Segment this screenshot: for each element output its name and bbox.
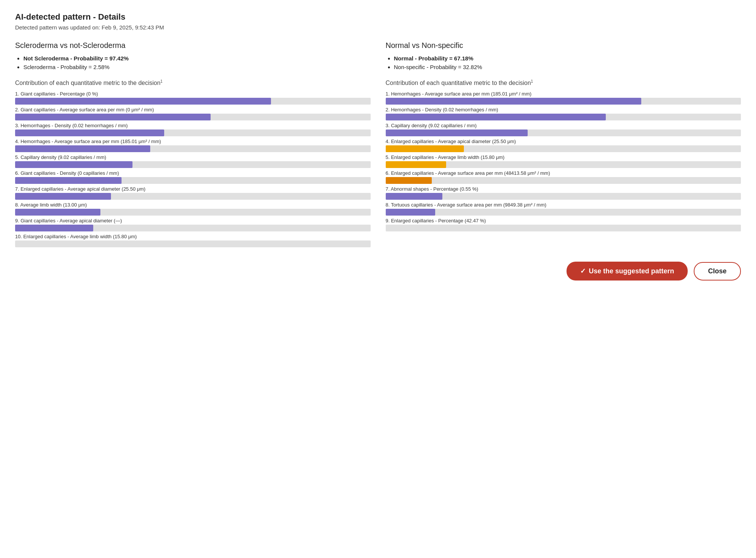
left-bar-bg-10	[15, 240, 371, 247]
left-bar-fill-8	[15, 209, 100, 216]
left-bar-bg-6	[15, 177, 371, 184]
left-metric-label-5: 5. Capillary density (9.02 capillaries /…	[15, 154, 371, 160]
left-bar-fill-3	[15, 129, 164, 136]
left-bar-fill-5	[15, 161, 132, 168]
right-metric-row-8: 8. Tortuous capillaries - Average surfac…	[386, 202, 741, 216]
left-bar-fill-7	[15, 193, 111, 200]
left-contribution-title: Contribution of each quantitative metric…	[15, 79, 371, 86]
right-bar-bg-8	[386, 209, 741, 216]
right-column: Normal vs Non-specific Normal - Probabil…	[386, 41, 741, 250]
left-prob-item-2: Scleroderma - Probability = 2.58%	[23, 64, 371, 70]
right-metric-label-7: 7. Abnormal shapes - Percentage (0.55 %)	[386, 186, 741, 192]
right-metric-label-6: 6. Enlarged capillaries - Average surfac…	[386, 170, 741, 176]
use-pattern-button[interactable]: ✓ Use the suggested pattern	[567, 262, 688, 281]
right-bar-bg-1	[386, 98, 741, 105]
right-bar-bg-4	[386, 145, 741, 152]
checkmark-icon: ✓	[580, 267, 586, 275]
right-bar-fill-1	[386, 98, 642, 105]
left-metric-label-8: 8. Average limb width (13.00 μm)	[15, 202, 371, 208]
right-metrics: 1. Hemorrhages - Average surface area pe…	[386, 91, 741, 231]
right-section-title: Normal vs Non-specific	[386, 41, 741, 50]
left-bar-bg-5	[15, 161, 371, 168]
right-bar-fill-4	[386, 145, 464, 152]
right-metric-label-1: 1. Hemorrhages - Average surface area pe…	[386, 91, 741, 97]
bottom-actions: ✓ Use the suggested pattern Close	[15, 262, 741, 281]
left-section-title: Scleroderma vs not-Scleroderma	[15, 41, 371, 50]
left-metric-label-3: 3. Hemorrhages - Density (0.02 hemorrhag…	[15, 123, 371, 128]
left-metric-row-10: 10. Enlarged capillaries - Average limb …	[15, 234, 371, 247]
left-metric-label-7: 7. Enlarged capillaries - Average apical…	[15, 186, 371, 192]
right-metric-label-9: 9. Enlarged capillaries - Percentage (42…	[386, 218, 741, 224]
left-metric-row-7: 7. Enlarged capillaries - Average apical…	[15, 186, 371, 200]
use-pattern-label: Use the suggested pattern	[589, 267, 674, 275]
right-metric-row-4: 4. Enlarged capillaries - Average apical…	[386, 139, 741, 152]
right-prob-list: Normal - Probability = 67.18% Non-specif…	[386, 55, 741, 70]
subtitle: Detected pattern was updated on: Feb 9, …	[15, 24, 741, 31]
right-metric-label-5: 5. Enlarged capillaries - Average limb w…	[386, 154, 741, 160]
close-button[interactable]: Close	[694, 262, 741, 281]
left-metric-row-1: 1. Giant capillaries - Percentage (0 %)	[15, 91, 371, 105]
left-metric-label-9: 9. Giant capillaries - Average apical di…	[15, 218, 371, 224]
right-metric-label-4: 4. Enlarged capillaries - Average apical…	[386, 139, 741, 144]
left-metric-row-9: 9. Giant capillaries - Average apical di…	[15, 218, 371, 231]
main-content: Scleroderma vs not-Scleroderma Not Scler…	[15, 41, 741, 250]
left-metric-label-10: 10. Enlarged capillaries - Average limb …	[15, 234, 371, 239]
right-bar-bg-5	[386, 161, 741, 168]
right-metric-row-7: 7. Abnormal shapes - Percentage (0.55 %)	[386, 186, 741, 200]
left-metric-label-1: 1. Giant capillaries - Percentage (0 %)	[15, 91, 371, 97]
left-bar-bg-1	[15, 98, 371, 105]
left-bar-bg-4	[15, 145, 371, 152]
left-metric-row-8: 8. Average limb width (13.00 μm)	[15, 202, 371, 216]
right-metric-row-2: 2. Hemorrhages - Density (0.02 hemorrhag…	[386, 107, 741, 120]
left-metric-label-4: 4. Hemorrhages - Average surface area pe…	[15, 139, 371, 144]
left-metric-label-2: 2. Giant capillaries - Average surface a…	[15, 107, 371, 113]
left-bar-fill-4	[15, 145, 150, 152]
right-metric-label-3: 3. Capillary density (9.02 capillaries /…	[386, 123, 741, 128]
left-bar-fill-1	[15, 98, 271, 105]
right-bar-bg-7	[386, 193, 741, 200]
right-metric-row-6: 6. Enlarged capillaries - Average surfac…	[386, 170, 741, 184]
right-bar-fill-3	[386, 129, 528, 136]
right-bar-fill-8	[386, 209, 436, 216]
right-bar-fill-2	[386, 114, 606, 120]
right-bar-bg-6	[386, 177, 741, 184]
left-metric-row-2: 2. Giant capillaries - Average surface a…	[15, 107, 371, 120]
left-bar-fill-2	[15, 114, 211, 120]
right-bar-bg-9	[386, 225, 741, 231]
right-metric-row-3: 3. Capillary density (9.02 capillaries /…	[386, 123, 741, 136]
left-metric-label-6: 6. Giant capillaries - Density (0 capill…	[15, 170, 371, 176]
left-prob-item-1: Not Scleroderma - Probability = 97.42%	[23, 55, 371, 62]
right-metric-label-8: 8. Tortuous capillaries - Average surfac…	[386, 202, 741, 208]
left-bar-bg-9	[15, 225, 371, 231]
right-bar-bg-2	[386, 114, 741, 120]
right-bar-fill-6	[386, 177, 432, 184]
right-metric-row-5: 5. Enlarged capillaries - Average limb w…	[386, 154, 741, 168]
right-bar-bg-3	[386, 129, 741, 136]
right-bar-fill-5	[386, 161, 446, 168]
right-contribution-title: Contribution of each quantitative metric…	[386, 79, 741, 86]
left-prob-list: Not Scleroderma - Probability = 97.42% S…	[15, 55, 371, 70]
page-title: AI-detected pattern - Details	[15, 12, 741, 22]
left-bar-fill-9	[15, 225, 93, 231]
left-metric-row-6: 6. Giant capillaries - Density (0 capill…	[15, 170, 371, 184]
left-metrics: 1. Giant capillaries - Percentage (0 %) …	[15, 91, 371, 247]
right-bar-fill-7	[386, 193, 443, 200]
left-bar-bg-8	[15, 209, 371, 216]
left-bar-fill-6	[15, 177, 122, 184]
right-metric-label-2: 2. Hemorrhages - Density (0.02 hemorrhag…	[386, 107, 741, 113]
left-bar-bg-7	[15, 193, 371, 200]
left-bar-bg-2	[15, 114, 371, 120]
left-metric-row-3: 3. Hemorrhages - Density (0.02 hemorrhag…	[15, 123, 371, 136]
right-prob-item-2: Non-specific - Probability = 32.82%	[394, 64, 741, 70]
left-metric-row-4: 4. Hemorrhages - Average surface area pe…	[15, 139, 371, 152]
right-metric-row-9: 9. Enlarged capillaries - Percentage (42…	[386, 218, 741, 231]
right-metric-row-1: 1. Hemorrhages - Average surface area pe…	[386, 91, 741, 105]
left-metric-row-5: 5. Capillary density (9.02 capillaries /…	[15, 154, 371, 168]
left-column: Scleroderma vs not-Scleroderma Not Scler…	[15, 41, 371, 250]
left-bar-bg-3	[15, 129, 371, 136]
right-prob-item-1: Normal - Probability = 67.18%	[394, 55, 741, 62]
